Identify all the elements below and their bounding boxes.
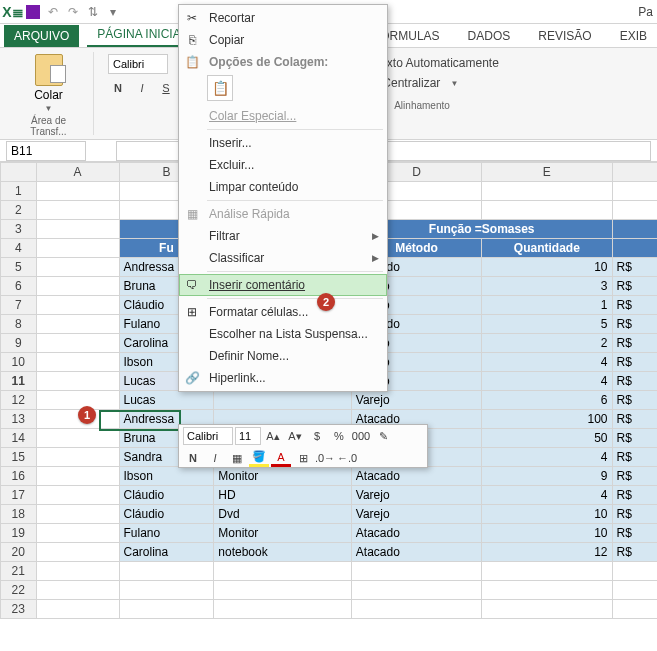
cell-currency[interactable]: R$ (612, 505, 657, 524)
cell-qty[interactable]: 2 (482, 334, 612, 353)
font-name-combo[interactable]: Calibri (108, 54, 168, 74)
cell-qty[interactable]: 10 (482, 524, 612, 543)
ctx-hyperlink[interactable]: 🔗 Hiperlink... (179, 367, 387, 389)
cell[interactable] (36, 467, 119, 486)
cell-qty[interactable]: 9 (482, 467, 612, 486)
row-header[interactable]: 14 (1, 429, 37, 448)
cell[interactable] (36, 486, 119, 505)
row-header[interactable]: 19 (1, 524, 37, 543)
cell-qty[interactable]: 12 (482, 543, 612, 562)
cell[interactable] (36, 334, 119, 353)
cell-qty[interactable]: 100 (482, 410, 612, 429)
cell[interactable] (36, 543, 119, 562)
ctx-clear-contents[interactable]: Limpar conteúdo (179, 176, 387, 198)
row-header[interactable]: 16 (1, 467, 37, 486)
row-header[interactable]: 8 (1, 315, 37, 334)
cell-qty[interactable]: 6 (482, 391, 612, 410)
mini-bold-button[interactable]: N (183, 449, 203, 467)
select-all-corner[interactable] (1, 163, 37, 182)
row-header[interactable]: 3 (1, 220, 37, 239)
row-header[interactable]: 13 (1, 410, 37, 429)
cell-currency[interactable]: R$ (612, 410, 657, 429)
tab-review[interactable]: REVISÃO (528, 25, 601, 47)
cell-currency[interactable]: R$ (612, 315, 657, 334)
accounting-format-icon[interactable]: $ (307, 427, 327, 445)
cell[interactable] (36, 524, 119, 543)
cell-method[interactable]: Varejo (351, 391, 481, 410)
cell-qty[interactable]: 4 (482, 353, 612, 372)
cell-method[interactable]: Varejo (351, 505, 481, 524)
row-header[interactable]: 18 (1, 505, 37, 524)
mini-font-name[interactable] (183, 427, 233, 445)
cell-product[interactable]: Monitor (214, 467, 351, 486)
cell[interactable] (36, 505, 119, 524)
cell-qty[interactable]: 3 (482, 277, 612, 296)
ctx-copy[interactable]: ⎘ Copiar (179, 29, 387, 51)
tab-file[interactable]: ARQUIVO (4, 25, 79, 47)
ctx-filter[interactable]: Filtrar ▶ (179, 225, 387, 247)
row-header[interactable]: 15 (1, 448, 37, 467)
col-header-F[interactable] (612, 163, 657, 182)
cell-currency[interactable]: R$ (612, 296, 657, 315)
cell-name[interactable]: Cláudio (119, 505, 214, 524)
row-header[interactable]: 22 (1, 581, 37, 600)
ctx-pick-from-list[interactable]: Escolher na Lista Suspensa... (179, 323, 387, 345)
cell[interactable] (36, 429, 119, 448)
cell-qty[interactable]: 10 (482, 505, 612, 524)
cell-currency[interactable]: R$ (612, 486, 657, 505)
tab-view[interactable]: EXIB (610, 25, 657, 47)
cell[interactable] (36, 277, 119, 296)
ctx-format-cells[interactable]: ⊞ Formatar células... (179, 301, 387, 323)
cell-name[interactable]: Ibson (119, 467, 214, 486)
col-header-A[interactable]: A (36, 163, 119, 182)
customize-qat-icon[interactable]: ▾ (104, 3, 122, 21)
chevron-down-icon[interactable]: ▼ (450, 79, 458, 88)
cell-qty[interactable]: 4 (482, 448, 612, 467)
cell[interactable] (36, 391, 119, 410)
mini-fill-color-icon[interactable]: 🪣 (249, 449, 269, 467)
ctx-cut[interactable]: ✂ Recortar (179, 7, 387, 29)
bold-button[interactable]: N (108, 78, 128, 98)
name-box[interactable]: B11 (6, 141, 86, 161)
row-header[interactable]: 23 (1, 600, 37, 619)
row-header[interactable]: 7 (1, 296, 37, 315)
mini-merge-icon[interactable]: ⊞ (293, 449, 313, 467)
row-header[interactable]: 1 (1, 182, 37, 201)
percent-format-button[interactable]: % (329, 427, 349, 445)
decrease-font-icon[interactable]: A▾ (285, 427, 305, 445)
mini-font-size[interactable] (235, 427, 261, 445)
mini-borders-icon[interactable]: ▦ (227, 449, 247, 467)
format-painter-icon[interactable]: ✎ (373, 427, 393, 445)
undo-icon[interactable]: ↶ (44, 3, 62, 21)
increase-font-icon[interactable]: A▴ (263, 427, 283, 445)
cell[interactable] (36, 315, 119, 334)
cell-qty[interactable]: 5 (482, 315, 612, 334)
row-header[interactable]: 20 (1, 543, 37, 562)
cell[interactable] (36, 258, 119, 277)
cell[interactable] (36, 372, 119, 391)
row-header[interactable]: 11 (1, 372, 37, 391)
cell[interactable] (36, 353, 119, 372)
cell[interactable] (36, 296, 119, 315)
ctx-define-name[interactable]: Definir Nome... (179, 345, 387, 367)
italic-button[interactable]: I (132, 78, 152, 98)
col-title-quantidade[interactable]: Quantidade (482, 239, 612, 258)
ctx-sort[interactable]: Classificar ▶ (179, 247, 387, 269)
ctx-insert[interactable]: Inserir... (179, 132, 387, 154)
col-header-E[interactable]: E (482, 163, 612, 182)
cell-currency[interactable]: R$ (612, 353, 657, 372)
cell[interactable] (36, 448, 119, 467)
cell-currency[interactable]: R$ (612, 448, 657, 467)
mini-italic-button[interactable]: I (205, 449, 225, 467)
row-header[interactable]: 5 (1, 258, 37, 277)
row-header[interactable]: 4 (1, 239, 37, 258)
cell-method[interactable]: Varejo (351, 486, 481, 505)
cell-currency[interactable]: R$ (612, 258, 657, 277)
row-header[interactable]: 9 (1, 334, 37, 353)
cell-qty[interactable]: 4 (482, 486, 612, 505)
row-header[interactable]: 17 (1, 486, 37, 505)
cell-method[interactable]: Atacado (351, 543, 481, 562)
cell-name[interactable]: Fulano (119, 524, 214, 543)
paste-button[interactable]: Colar ▼ (34, 54, 63, 113)
cell-product[interactable]: Monitor (214, 524, 351, 543)
